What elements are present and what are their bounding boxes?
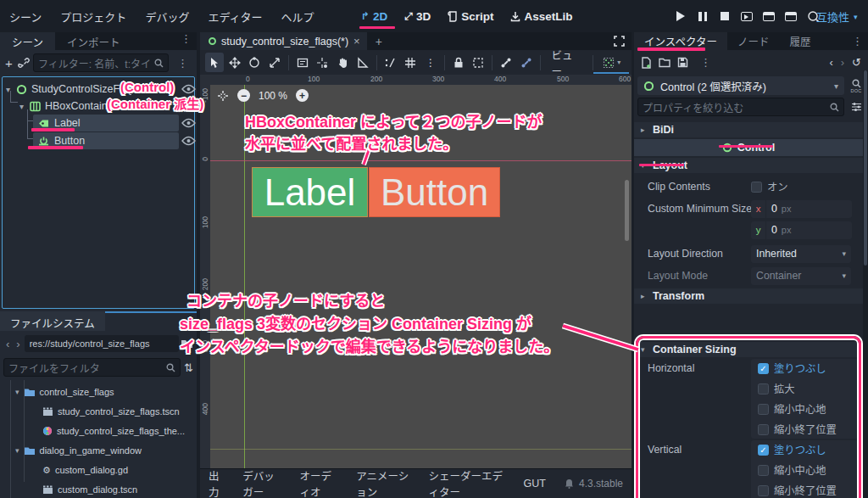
grid-visibility-dropdown[interactable]: ▾ [598, 53, 626, 72]
h-fill-checkbox[interactable]: ✓ [758, 363, 769, 374]
h-shrink-center-checkbox[interactable] [758, 404, 769, 415]
history-back-icon[interactable]: ‹ [829, 56, 832, 69]
add-node-button[interactable]: + [3, 56, 14, 70]
fs-row-tscn[interactable]: study_control_size_flags.tscn [42, 403, 180, 420]
filesystem-filter-input[interactable]: ファイルをフィルタ [3, 358, 181, 377]
menu-help[interactable]: ヘルプ [271, 8, 323, 25]
zoom-in-button[interactable]: + [296, 89, 309, 102]
new-resource-icon[interactable] [641, 57, 652, 69]
min-size-y-field[interactable]: 0 px [766, 221, 852, 239]
new-scene-tab-button[interactable]: + [367, 35, 391, 48]
history-icon[interactable]: ↺ [852, 56, 861, 69]
notification-bell-icon[interactable] [565, 478, 574, 489]
history-forward-icon[interactable]: › [841, 56, 844, 69]
inspector-dock-menu-icon[interactable]: ⋮ [847, 35, 868, 48]
zoom-out-button[interactable]: − [237, 89, 250, 102]
tab-import-dock[interactable]: インポート [55, 32, 132, 50]
v-shrink-end-checkbox[interactable] [758, 485, 769, 496]
property-filter-input[interactable]: プロパティを絞り込む [637, 98, 844, 116]
layout-direction-dropdown[interactable]: Inherited ▾ [751, 245, 851, 263]
collapse-icon[interactable]: ▾ [19, 102, 30, 111]
stop-button[interactable] [718, 10, 732, 22]
view-menu-button[interactable]: ビュー [544, 47, 587, 79]
tab-history[interactable]: 履歴 [779, 32, 821, 50]
expand-viewport-icon[interactable] [614, 36, 632, 47]
instantiate-scene-icon[interactable] [18, 57, 30, 69]
sort-files-icon[interactable]: ⇅ [184, 361, 193, 374]
scale-tool-button[interactable] [265, 53, 284, 72]
canvas-label-node[interactable]: Label [252, 167, 368, 217]
tab-script[interactable]: Script [441, 10, 500, 23]
menu-debug[interactable]: デバッグ [136, 8, 198, 25]
h-expand-checkbox[interactable] [758, 383, 769, 394]
visibility-eye-icon[interactable] [181, 118, 196, 128]
zoom-level[interactable]: 100 % [259, 90, 287, 102]
fs-row-gdscript[interactable]: ⚙ custom_dialog.gd [42, 462, 128, 478]
tab-scene-dock[interactable]: シーン [0, 32, 55, 50]
resource-menu-icon[interactable]: ⋮ [695, 56, 716, 69]
snap-options-menu-icon[interactable]: ⋮ [421, 53, 440, 72]
property-tools-icon[interactable] [848, 98, 865, 116]
bottom-tab-debugger[interactable]: デバッガー [242, 467, 281, 498]
group-node-button[interactable] [469, 53, 487, 72]
grid-snap-button[interactable] [401, 53, 420, 72]
canvas-vertical-scrollbar[interactable] [625, 180, 629, 241]
bottom-tab-animation[interactable]: アニメーション [356, 467, 409, 498]
smart-snap-button[interactable] [381, 53, 400, 72]
edited-object-selector[interactable]: Control (2 個選択済み) ▾ [637, 76, 844, 95]
tab-assetlib[interactable]: AssetLib [504, 10, 579, 23]
bone-paint-button[interactable] [517, 53, 536, 72]
h-shrink-end-checkbox[interactable] [758, 424, 769, 435]
fs-row-control-size-flags[interactable]: ▾ control_size_flags [15, 383, 114, 400]
skeleton-options-button[interactable] [497, 53, 515, 72]
tab-2d[interactable]: ↱ 2D [354, 10, 394, 23]
pause-button[interactable] [696, 10, 709, 22]
clip-contents-checkbox[interactable] [751, 182, 762, 193]
tab-filesystem[interactable]: ファイルシステム [0, 311, 105, 331]
scene-tree-menu-icon[interactable]: ⋮ [172, 57, 193, 70]
bottom-tab-audio[interactable]: オーディオ [300, 467, 338, 498]
center-view-icon[interactable] [217, 90, 229, 102]
open-docs-button[interactable]: DOC [848, 76, 865, 95]
menu-editor[interactable]: エディター [198, 8, 271, 25]
collapse-icon[interactable]: ▾ [15, 388, 19, 396]
nav-back-icon[interactable]: ‹ [3, 338, 12, 350]
play-custom-scene-button[interactable] [784, 10, 798, 22]
nav-forward-icon[interactable]: › [14, 338, 22, 350]
bottom-tab-shader-editor[interactable]: シェーダーエディター [428, 467, 504, 498]
lock-node-button[interactable] [449, 53, 468, 72]
scene-tab-active[interactable]: study_control_size_flags(*) × [200, 32, 367, 50]
visibility-eye-icon[interactable] [181, 136, 196, 146]
inspector-scrollbar[interactable] [864, 70, 867, 266]
pan-tool-button[interactable] [333, 53, 352, 72]
v-shrink-center-checkbox[interactable] [758, 465, 769, 476]
load-resource-folder-icon[interactable] [659, 58, 670, 68]
tab-node[interactable]: ノード [727, 32, 780, 50]
section-bidi[interactable]: ▸ BiDi [634, 122, 863, 137]
v-fill-checkbox[interactable]: ✓ [758, 445, 769, 456]
filesystem-path[interactable]: res://study/control_size_flags [25, 335, 179, 352]
play-scene-button[interactable] [762, 10, 776, 22]
fs-row-tscn2[interactable]: custom_dialog.tscn [42, 481, 137, 498]
version-label[interactable]: 4.3.stable [579, 478, 623, 490]
renderer-dropdown[interactable]: 互換性 ▾ [816, 8, 858, 25]
menu-scene[interactable]: シーン [0, 8, 51, 25]
move-tool-button[interactable] [225, 53, 244, 72]
close-icon[interactable]: × [353, 35, 360, 48]
fs-row-dialog-in-game-window[interactable]: ▾ dialog_in_game_window [15, 442, 142, 459]
ruler-tool-button[interactable] [353, 53, 372, 72]
dock-menu-icon[interactable]: ⋮ [175, 32, 197, 50]
remote-debug-button[interactable] [740, 10, 754, 22]
canvas-button-node[interactable]: Button [369, 167, 500, 217]
rotate-tool-button[interactable] [245, 53, 264, 72]
bottom-tab-gut[interactable]: GUT [524, 478, 546, 490]
bottom-tab-output[interactable]: 出力 [209, 467, 224, 498]
menu-project[interactable]: プロジェクト [51, 8, 136, 25]
section-transform[interactable]: ▸ Transform [634, 288, 863, 304]
visibility-eye-icon[interactable] [181, 84, 196, 94]
select-tool-button[interactable] [205, 53, 224, 72]
pivot-tool-button[interactable] [314, 53, 332, 72]
select-region-button[interactable] [293, 53, 312, 72]
save-resource-icon[interactable] [677, 57, 688, 68]
collapse-icon[interactable]: ▾ [15, 446, 19, 455]
